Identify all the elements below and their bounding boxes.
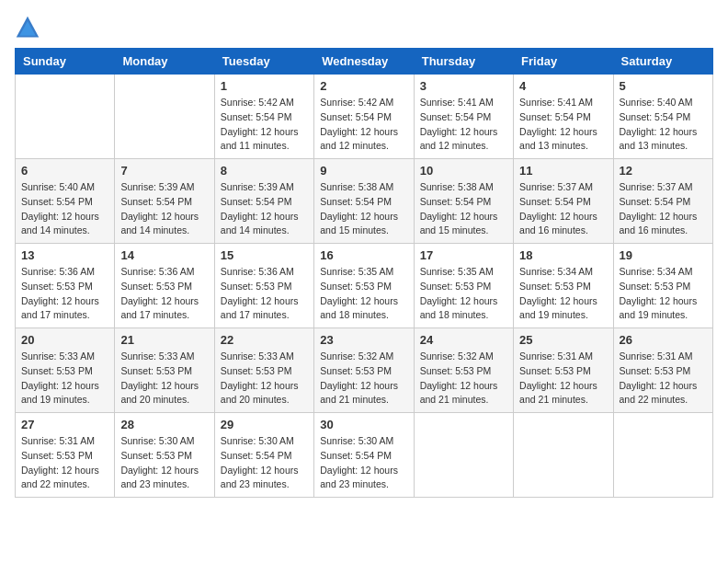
logo-icon — [15, 15, 40, 40]
calendar-day-cell: 26Sunrise: 5:31 AM Sunset: 5:53 PM Dayli… — [613, 328, 712, 413]
day-number: 17 — [420, 248, 507, 262]
day-number: 2 — [320, 79, 407, 93]
day-number: 14 — [120, 248, 208, 262]
calendar-weekday-header: Sunday — [16, 49, 115, 75]
calendar-day-cell: 16Sunrise: 5:35 AM Sunset: 5:53 PM Dayli… — [314, 244, 414, 328]
calendar-day-cell: 17Sunrise: 5:35 AM Sunset: 5:53 PM Dayli… — [414, 244, 513, 328]
day-info: Sunrise: 5:33 AM Sunset: 5:53 PM Dayligh… — [21, 350, 108, 408]
day-info: Sunrise: 5:31 AM Sunset: 5:53 PM Dayligh… — [519, 350, 607, 408]
day-number: 26 — [620, 333, 707, 347]
calendar-weekday-header: Monday — [115, 49, 214, 75]
day-info: Sunrise: 5:32 AM Sunset: 5:53 PM Dayligh… — [420, 350, 507, 408]
day-info: Sunrise: 5:42 AM Sunset: 5:54 PM Dayligh… — [221, 96, 308, 154]
day-info: Sunrise: 5:33 AM Sunset: 5:53 PM Dayligh… — [120, 350, 208, 408]
calendar-day-cell: 28Sunrise: 5:30 AM Sunset: 5:53 PM Dayli… — [115, 413, 214, 498]
day-number: 27 — [21, 418, 108, 431]
day-number: 20 — [21, 333, 108, 347]
day-info: Sunrise: 5:31 AM Sunset: 5:53 PM Dayligh… — [620, 350, 707, 408]
day-number: 5 — [620, 79, 707, 93]
calendar-table: SundayMondayTuesdayWednesdayThursdayFrid… — [15, 48, 713, 498]
calendar-day-cell: 18Sunrise: 5:34 AM Sunset: 5:53 PM Dayli… — [514, 244, 613, 328]
calendar-weekday-header: Saturday — [613, 49, 712, 75]
calendar-day-cell — [414, 413, 513, 498]
day-number: 12 — [620, 164, 707, 178]
calendar-day-cell — [514, 413, 613, 498]
page-header — [15, 15, 713, 40]
calendar-day-cell: 5Sunrise: 5:40 AM Sunset: 5:54 PM Daylig… — [613, 75, 712, 159]
day-info: Sunrise: 5:30 AM Sunset: 5:54 PM Dayligh… — [221, 434, 308, 492]
calendar-day-cell: 22Sunrise: 5:33 AM Sunset: 5:53 PM Dayli… — [214, 328, 313, 413]
day-info: Sunrise: 5:36 AM Sunset: 5:53 PM Dayligh… — [120, 265, 208, 323]
calendar-day-cell: 2Sunrise: 5:42 AM Sunset: 5:54 PM Daylig… — [314, 75, 414, 159]
day-info: Sunrise: 5:40 AM Sunset: 5:54 PM Dayligh… — [21, 180, 108, 238]
day-number: 29 — [221, 418, 308, 431]
day-info: Sunrise: 5:41 AM Sunset: 5:54 PM Dayligh… — [420, 96, 507, 154]
calendar-day-cell: 14Sunrise: 5:36 AM Sunset: 5:53 PM Dayli… — [115, 244, 214, 328]
calendar-day-cell: 30Sunrise: 5:30 AM Sunset: 5:54 PM Dayli… — [314, 413, 414, 498]
day-number: 9 — [320, 164, 407, 178]
calendar-week-row: 6Sunrise: 5:40 AM Sunset: 5:54 PM Daylig… — [16, 159, 713, 244]
day-info: Sunrise: 5:36 AM Sunset: 5:53 PM Dayligh… — [21, 265, 108, 323]
calendar-day-cell: 11Sunrise: 5:37 AM Sunset: 5:54 PM Dayli… — [514, 159, 613, 244]
calendar-week-row: 27Sunrise: 5:31 AM Sunset: 5:53 PM Dayli… — [16, 413, 713, 498]
day-info: Sunrise: 5:39 AM Sunset: 5:54 PM Dayligh… — [221, 180, 308, 238]
day-info: Sunrise: 5:34 AM Sunset: 5:53 PM Dayligh… — [519, 265, 607, 323]
day-info: Sunrise: 5:36 AM Sunset: 5:53 PM Dayligh… — [221, 265, 308, 323]
day-info: Sunrise: 5:40 AM Sunset: 5:54 PM Dayligh… — [620, 96, 707, 154]
day-info: Sunrise: 5:34 AM Sunset: 5:53 PM Dayligh… — [620, 265, 707, 323]
day-info: Sunrise: 5:38 AM Sunset: 5:54 PM Dayligh… — [420, 180, 507, 238]
day-info: Sunrise: 5:37 AM Sunset: 5:54 PM Dayligh… — [519, 180, 607, 238]
calendar-day-cell — [115, 75, 214, 159]
calendar-weekday-header: Wednesday — [314, 49, 414, 75]
day-number: 28 — [120, 418, 208, 431]
day-info: Sunrise: 5:38 AM Sunset: 5:54 PM Dayligh… — [320, 180, 407, 238]
day-number: 16 — [320, 248, 407, 262]
day-number: 23 — [320, 333, 407, 347]
day-number: 1 — [221, 79, 308, 93]
day-info: Sunrise: 5:37 AM Sunset: 5:54 PM Dayligh… — [620, 180, 707, 238]
calendar-day-cell: 10Sunrise: 5:38 AM Sunset: 5:54 PM Dayli… — [414, 159, 513, 244]
day-info: Sunrise: 5:30 AM Sunset: 5:53 PM Dayligh… — [120, 434, 208, 492]
day-number: 15 — [221, 248, 308, 262]
day-number: 21 — [120, 333, 208, 347]
calendar-day-cell: 4Sunrise: 5:41 AM Sunset: 5:54 PM Daylig… — [514, 75, 613, 159]
calendar-week-row: 20Sunrise: 5:33 AM Sunset: 5:53 PM Dayli… — [16, 328, 713, 413]
calendar-day-cell: 6Sunrise: 5:40 AM Sunset: 5:54 PM Daylig… — [16, 159, 115, 244]
calendar-day-cell: 1Sunrise: 5:42 AM Sunset: 5:54 PM Daylig… — [214, 75, 313, 159]
day-number: 22 — [221, 333, 308, 347]
day-number: 3 — [420, 79, 507, 93]
calendar-weekday-header: Friday — [514, 49, 613, 75]
calendar-day-cell: 20Sunrise: 5:33 AM Sunset: 5:53 PM Dayli… — [16, 328, 115, 413]
calendar-day-cell — [16, 75, 115, 159]
calendar-weekday-header: Tuesday — [214, 49, 313, 75]
calendar-day-cell: 25Sunrise: 5:31 AM Sunset: 5:53 PM Dayli… — [514, 328, 613, 413]
calendar-day-cell: 24Sunrise: 5:32 AM Sunset: 5:53 PM Dayli… — [414, 328, 513, 413]
calendar-day-cell: 9Sunrise: 5:38 AM Sunset: 5:54 PM Daylig… — [314, 159, 414, 244]
day-info: Sunrise: 5:35 AM Sunset: 5:53 PM Dayligh… — [420, 265, 507, 323]
day-number: 13 — [21, 248, 108, 262]
calendar-day-cell — [613, 413, 712, 498]
day-number: 7 — [120, 164, 208, 178]
day-number: 24 — [420, 333, 507, 347]
calendar-day-cell: 7Sunrise: 5:39 AM Sunset: 5:54 PM Daylig… — [115, 159, 214, 244]
day-number: 11 — [519, 164, 607, 178]
calendar-week-row: 13Sunrise: 5:36 AM Sunset: 5:53 PM Dayli… — [16, 244, 713, 328]
day-info: Sunrise: 5:32 AM Sunset: 5:53 PM Dayligh… — [320, 350, 407, 408]
calendar-day-cell: 12Sunrise: 5:37 AM Sunset: 5:54 PM Dayli… — [613, 159, 712, 244]
day-info: Sunrise: 5:41 AM Sunset: 5:54 PM Dayligh… — [519, 96, 607, 154]
day-info: Sunrise: 5:42 AM Sunset: 5:54 PM Dayligh… — [320, 96, 407, 154]
calendar-day-cell: 23Sunrise: 5:32 AM Sunset: 5:53 PM Dayli… — [314, 328, 414, 413]
calendar-day-cell: 3Sunrise: 5:41 AM Sunset: 5:54 PM Daylig… — [414, 75, 513, 159]
calendar-day-cell: 21Sunrise: 5:33 AM Sunset: 5:53 PM Dayli… — [115, 328, 214, 413]
calendar-day-cell: 15Sunrise: 5:36 AM Sunset: 5:53 PM Dayli… — [214, 244, 313, 328]
calendar-header-row: SundayMondayTuesdayWednesdayThursdayFrid… — [16, 49, 713, 75]
day-number: 8 — [221, 164, 308, 178]
day-info: Sunrise: 5:31 AM Sunset: 5:53 PM Dayligh… — [21, 434, 108, 492]
calendar-day-cell: 27Sunrise: 5:31 AM Sunset: 5:53 PM Dayli… — [16, 413, 115, 498]
day-number: 25 — [519, 333, 607, 347]
day-info: Sunrise: 5:35 AM Sunset: 5:53 PM Dayligh… — [320, 265, 407, 323]
calendar-weekday-header: Thursday — [414, 49, 513, 75]
calendar-day-cell: 13Sunrise: 5:36 AM Sunset: 5:53 PM Dayli… — [16, 244, 115, 328]
day-number: 19 — [620, 248, 707, 262]
day-number: 4 — [519, 79, 607, 93]
